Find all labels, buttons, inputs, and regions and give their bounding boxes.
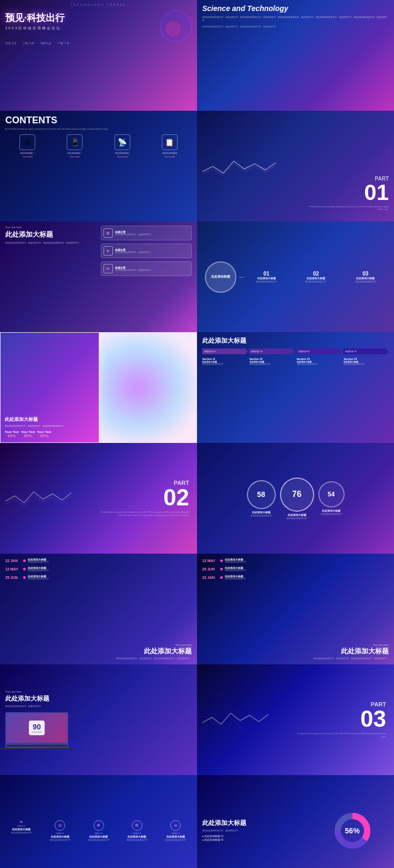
center-label-6: 此处添加标题 [211,274,230,279]
contents-detail-2[interactable]: View Detail [53,155,97,158]
date-12-2: 25 JUN [202,567,218,571]
opt-label-15-1: Option 1 [3,824,39,827]
circle-num-3: 54 [328,491,335,498]
opt-body-5-3: 请在此处添加具体文字，此处添加文字。 [115,269,153,271]
opt-label-15-3: Option 3 [80,832,117,834]
slide-7: 此处添加大标题 请在此处添加具体文字，此处添加文字。请在此处添加具体文字。 Yo… [0,332,197,443]
subtitle-5: Your text here [5,226,97,229]
slide-13: Your text here 此处添加大标题 请在此处添加具体文字，此处添加文字… [0,664,197,775]
date-12-3: 22 JAN [202,576,218,579]
wave-decoration-4 [202,153,276,179]
bubble-num-3: 03 [343,271,389,277]
tl-body-11-3: 请在此处添加具体文字 [28,578,49,580]
opt-title-15-1: 此处添加大标题 [3,828,39,831]
nav-2: 上海·八月 [23,41,34,45]
opt-title-15-2: 此处添加大标题 [42,835,78,838]
title-7: 此处添加大标题 [5,416,95,423]
wave-decoration-14 [202,707,271,733]
bubble-title-2: 此处添加大标题 [293,277,339,280]
opt-title-15-5: 此处添加大标题 [158,835,194,838]
opt-body-5-2: 请在此处添加具体文字，此处添加文字。 [115,251,153,253]
contents-detail-1[interactable]: View Detail [5,155,49,158]
body-text-2: 请在此处添加具体文字，此处添加文字。请在此处添加具体文字，此处添加文字。请在此处… [202,16,389,22]
opt-label-15-4: Option 4 [119,832,155,834]
slide-16: 此处添加大标题 请在此处添加具体文字，此处添加文字。 ● 此处添加标题 #1 ●… [197,775,394,868]
wave-decoration-9 [5,485,74,512]
date-11-2: 12 MAY [5,567,21,571]
arrow-3: 标题内容 #3 [296,348,342,354]
item-16-2: 此处添加标题 #2 [204,839,223,841]
opt-body-5-1: 请在此处添加具体文字，此处添加文字。 [115,234,153,236]
date-11-1: 22 JAN [5,559,21,563]
body-16: 请在此处添加具体文字，此处添加文字。 [202,830,312,832]
arrow-1: 标题内容 #1 [202,348,248,354]
rt-title-12: 此处添加大标题 [297,647,389,656]
tl-body-12-1: 请在此处添加具体文字 [225,561,246,563]
sec-body-2: 请在此处添加具体文字 [250,363,295,365]
slide-15: fA Option 1 此处添加大标题 请在此处添加具体文字 ◎ Option … [0,775,197,868]
slide-9-part02: PART 02 The quick brown fox jumps over t… [0,443,197,554]
part-desc-4: A wonderful serenity has taken possessio… [310,206,389,211]
slide-11: 22 JAN 此处添加大标题 请在此处添加具体文字 12 MAY 此处添加大标题 [0,554,197,664]
circle-title-1: 此处添加大标题 [247,511,276,514]
opt-body-15-1: 请在此处添加具体文字 [3,832,39,834]
stat-label-13: 此处添加标题 [32,731,42,733]
body-5: 请在此处添加具体文字，此处添加文字。请在此处添加具体文字，此处添加文字。 [5,241,97,245]
sec-body-3: 请在此处添加具体文字 [297,363,342,365]
bubble-body-3: 请在此处添加具体文字 [343,281,389,283]
arrow-2: 标题内容 #2 [249,348,295,354]
bubble-body-2: 请在此处添加具体文字 [293,281,339,283]
contents-detail-4[interactable]: View Detail [148,155,192,158]
body-7: 请在此处添加具体文字，此处添加文字。请在此处添加具体文字。 [5,425,95,427]
slide-3: CONTENTS A wonderful serenity has taken … [0,111,197,221]
tl-body-12-2: 请在此处添加具体文字 [225,569,246,571]
bubble-num-2: 02 [293,271,339,277]
contents-item-1: 此处添加标题一 [5,152,49,154]
tl-body-12-3: 请在此处添加具体文字 [225,578,246,580]
slide-10: 58 此处添加大标题 请在此处添加具体文字 76 此处添加大标题 请在此处添加具… [197,443,394,554]
circle-title-2: 此处添加大标题 [280,514,314,516]
opt-title-15-3: 此处添加大标题 [80,835,117,838]
stat-num-13: 90 [32,723,42,731]
slide-12: 12 MAY 此处添加大标题 请在此处添加具体文字 25 JUN 此处添加大标题 [197,554,394,664]
contents-item-3: 此处添加标题三 [100,152,144,154]
title-13: 此处添加大标题 [5,694,192,703]
nav-1: 北京·七月 [5,41,16,45]
title-16: 此处添加大标题 [202,819,312,828]
bubble-title-1: 此处添加大标题 [243,277,289,280]
slide-5: Your text here 此处添加大标题 请在此处添加具体文字，此处添加文字… [0,221,197,332]
tl-body-11-2: 请在此处添加具体文字 [28,569,49,571]
slide-4-part01: PART 01 A wonderful serenity has taken p… [197,111,394,221]
circle-num-1: 58 [257,490,265,499]
circle-num-2: 76 [292,490,302,499]
opt-label-15-2: Option 2 [42,832,78,834]
slides-container: TECHNOLOGY TRAVEL 预见·科技出行 20XX区块链应用峰会论坛 … [0,0,394,868]
contents-item-4: 此处添加标题四 [148,152,192,154]
opt-body-15-5: 请在此处添加具体文字 [158,839,194,841]
part-desc-9: The quick brown fox jumps over the lazy … [100,511,189,517]
part-desc-14: The quick brown fox jumps over the lazy … [297,733,386,738]
bubble-num-1: 01 [243,271,289,277]
bubble-title-3: 此处添加大标题 [343,277,389,280]
sec-body-1: 请在此处添加具体文字 [202,363,247,365]
title-5: 此处添加大标题 [5,230,97,239]
contents-title: CONTENTS [5,115,192,126]
bubble-body-1: 请在此处添加具体文字 [243,281,289,283]
opt-title-15-4: 此处添加大标题 [119,835,155,838]
title-8: 此处添加大标题 [202,336,389,345]
donut-percent-16: 56% [345,827,360,835]
opt-icon-15-1: fA [3,820,39,823]
contents-detail-3[interactable]: View Detail [100,155,144,158]
opt-body-15-2: 请在此处添加具体文字 [42,839,78,841]
rt-title-11: 此处添加大标题 [102,647,192,656]
date-11-3: 25 JUN [5,576,21,579]
circle-title-3: 此处添加大标题 [318,510,345,512]
opt-label-15-5: Option 5 [158,832,194,834]
topbar-1: TECHNOLOGY TRAVEL [5,3,192,6]
arrow-4: 标题内容 #4 [343,348,389,354]
slide-6: 此处添加标题 01 此处添加大标题 请在此处添加具体文字 02 此处添加大标题 … [197,221,394,332]
section-title-2: Science and Technology [202,4,389,13]
circle-body-1: 请在此处添加具体文字 [247,515,276,517]
slide-14-part03: PART 03 The quick brown fox jumps over t… [197,664,394,775]
subtitle-13: Your text here [5,690,192,693]
